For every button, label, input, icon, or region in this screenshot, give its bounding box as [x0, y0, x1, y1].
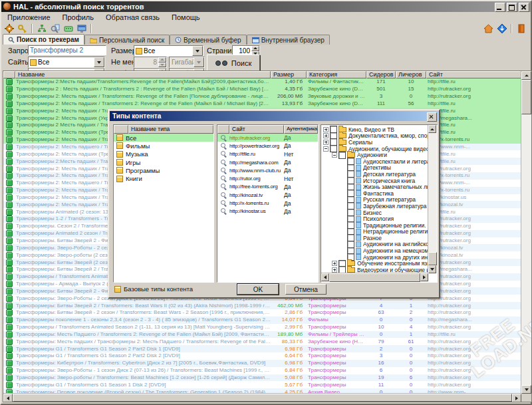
search-button[interactable]: Поиск [207, 55, 260, 71]
scroll-thumb[interactable] [521, 80, 531, 114]
type-item[interactable]: Все [114, 134, 213, 142]
settings-button[interactable] [3, 23, 15, 34]
result-row[interactable]: Трансформеры поколение 1 - сезоны 2,3,4 … [3, 317, 522, 324]
key-button[interactable] [17, 23, 28, 34]
result-row[interactable]: Трансформеры: Битвы Зверей - 2 сезон / T… [3, 309, 522, 317]
query-input[interactable] [28, 45, 106, 55]
result-row[interactable]: Трансформеры 2:Месть падших/Transformers… [3, 78, 522, 86]
tree-item[interactable]: Фантастика [321, 190, 428, 197]
tree-item[interactable]: Обучение иностранным языкам [321, 260, 428, 267]
column-header[interactable]: Личеров [396, 71, 426, 78]
column-header[interactable]: Сайт [426, 71, 522, 78]
scroll-down-button[interactable] [521, 385, 531, 394]
tree-item[interactable]: Детская литература [321, 171, 428, 178]
tab-magnifier[interactable]: Поиск по трекерам [3, 34, 84, 45]
exit-button[interactable] [515, 23, 527, 34]
scroll-up-button[interactable] [521, 71, 531, 80]
browser-tool-button[interactable] [76, 23, 87, 34]
column-header[interactable]: Категория [307, 71, 366, 78]
update-button[interactable] [496, 23, 507, 34]
tree-item[interactable]: Детективы [321, 165, 428, 172]
scroll-right-button[interactable] [512, 394, 521, 402]
type-item[interactable]: Программы [114, 166, 213, 174]
tree-item[interactable]: Русская литература [321, 197, 428, 203]
tree-item[interactable]: Разное [321, 235, 428, 241]
collapse-icon[interactable] [323, 146, 329, 152]
scroll-thumb[interactable] [329, 273, 420, 282]
result-row[interactable]: Трансформеры 2: Месть падших / Transform… [3, 93, 522, 100]
column-header[interactable]: Название [15, 71, 271, 78]
tree-item[interactable]: Аудиоспектакли и литератур [321, 158, 428, 165]
tree-item[interactable]: Психология [321, 215, 428, 222]
scroll-up-button[interactable] [428, 125, 436, 133]
result-row[interactable]: Трансформеры: Кибертрон / Transformers: … [3, 360, 522, 367]
site-item[interactable]: http://kinozal.tvДа [217, 191, 318, 199]
sites-combobox[interactable]: Все [28, 57, 105, 68]
type-item[interactable]: Музыка [114, 150, 213, 158]
column-header[interactable]: Размер [271, 71, 307, 78]
column-header[interactable]: Сидеров [366, 71, 396, 78]
scroll-left-button[interactable] [321, 273, 329, 281]
result-row[interactable]: Трансформеры: Зверо-роботы / Transformer… [3, 374, 522, 382]
result-row[interactable]: Трансформеры: Месть падших / Трансформер… [3, 338, 522, 345]
site-item[interactable]: http://rutor.orgНет [217, 174, 318, 182]
trackers-tree-button[interactable] [36, 23, 47, 34]
site-item[interactable]: http://tfile.ruНет [217, 150, 318, 158]
collapse-icon[interactable] [332, 152, 337, 158]
result-row[interactable]: Трансформеры G1 / Transformers G1 Season… [3, 352, 522, 360]
tree-item[interactable]: Аудиокниги, обучающие видео [321, 146, 428, 152]
scroll-thumb[interactable] [428, 252, 437, 265]
ok-button[interactable]: OK [237, 284, 279, 295]
result-row[interactable]: Трансформеры / Transformers Animated Sea… [3, 324, 522, 331]
result-row[interactable]: Трансформеры G1 / Transformers G1 Season… [3, 381, 522, 388]
result-row[interactable]: Трансформеры 2: Месть падших / Transform… [3, 100, 522, 108]
result-row[interactable]: Трансформеры: Месть Падшего / Transforme… [3, 331, 522, 338]
menu-item[interactable]: Приложение [1, 13, 57, 21]
result-row[interactable]: Трансформеры: Зверо-Роботы - 1 сезон Дис… [3, 367, 522, 374]
tree-horizontal-scrollbar[interactable] [321, 273, 428, 282]
expand-icon[interactable] [332, 267, 337, 273]
menu-item[interactable]: Профиль [57, 13, 100, 21]
scroll-down-button[interactable] [428, 265, 436, 273]
scroll-right-button[interactable] [420, 273, 428, 281]
scroll-left-button[interactable] [3, 394, 13, 402]
result-row[interactable]: Трансформеры 2 : Месть падших / Transfor… [3, 86, 522, 93]
type-item[interactable]: Книги [114, 174, 213, 182]
checkbox[interactable] [338, 152, 346, 159]
expand-icon[interactable] [332, 261, 337, 266]
site-item[interactable]: http://www.nnm-club.ruДа [217, 166, 318, 174]
cancel-button[interactable]: Отмена [285, 284, 327, 295]
tree-item[interactable]: Сериалы [321, 139, 428, 146]
tree-vertical-scrollbar[interactable] [428, 125, 437, 273]
dropdown-button[interactable] [94, 57, 104, 67]
type-item[interactable]: Игры [114, 158, 213, 166]
tree-item[interactable]: Жизнь замечательных люде [321, 184, 428, 190]
tree-item[interactable]: Аудиокниги на английском я [321, 241, 428, 248]
tab-clock[interactable]: Временный буфер [170, 35, 247, 45]
checkbox[interactable] [330, 145, 337, 152]
expand-icon[interactable] [323, 133, 329, 138]
site-item[interactable]: http://rutracker.orgДа [217, 134, 318, 142]
tree-item[interactable]: Аудиокниги [321, 152, 428, 158]
tree-item[interactable]: Бизнес [321, 209, 428, 216]
tree-item[interactable]: Нетрадиционные религиозн [321, 229, 428, 235]
dropdown-button[interactable] [192, 46, 203, 56]
size-combobox[interactable]: Все [134, 45, 203, 57]
scroll-thumb[interactable] [13, 394, 512, 402]
tree-item[interactable]: Аудиокниги на немецком яз [321, 247, 428, 254]
tree-item[interactable]: Зарубежная литература [321, 203, 428, 209]
expand-icon[interactable] [323, 140, 329, 145]
maximize-button[interactable] [507, 3, 517, 12]
vertical-scrollbar[interactable] [521, 71, 531, 394]
tree-item[interactable]: Аудиокниги на других иностр [321, 254, 428, 261]
menu-item[interactable]: Помощь [166, 13, 206, 21]
spin-up-button[interactable] [251, 46, 259, 51]
tree-item[interactable]: Историческая книга [321, 178, 428, 184]
site-item[interactable]: http://megashara.comДа [217, 158, 318, 166]
close-button[interactable] [519, 3, 529, 12]
minimize-button[interactable] [495, 3, 505, 12]
tree-item[interactable]: Традиционные религии. Фи [321, 222, 428, 229]
type-item[interactable]: Фильмы [114, 142, 213, 150]
tab-browser[interactable]: Внутренний браузер [247, 35, 330, 45]
dialog-close-button[interactable] [427, 112, 437, 122]
